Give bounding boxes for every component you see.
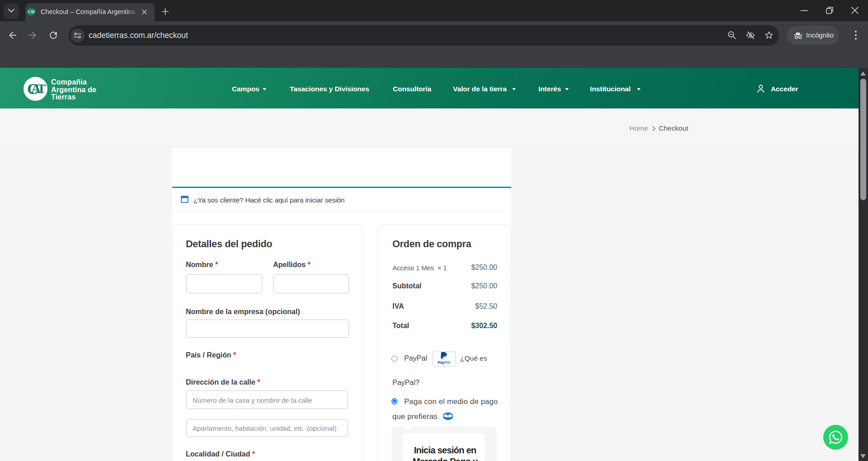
svg-text:T: T xyxy=(37,81,46,96)
